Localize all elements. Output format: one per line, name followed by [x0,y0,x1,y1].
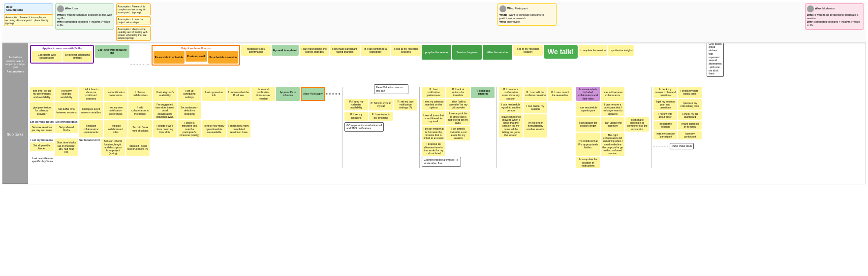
moderator-why: completed sessions > insights > value to… [807,20,860,27]
location-col: Set location info [79,138,100,156]
ps-schedule-section: Only if we have P accts Ps are able to s… [152,45,240,66]
tell-show-sessions: I tell it how to show me confirmed sessi… [79,87,103,101]
confidence: I have confidence showing when I arrive … [499,114,523,138]
divider-3 [496,87,497,168]
update-location: I can update the location or instruction… [576,157,600,168]
panel-value-callout: Panel Value focuses on this part [374,84,408,94]
row-labels: Activities Multiple tasks in support of … [2,43,28,184]
confirm-participant: It: I can confirmed a participant [361,45,390,56]
select-timezone: I select a timezone and note the partici… [178,120,201,138]
p-tasks-section: Panel Value focuses on this part P: I sy… [344,87,417,132]
after-row-2: I rate my session / participant I pay my… [653,131,702,139]
p-see-times: P: I see times in my timezone [369,112,393,121]
collabs-roles: I indicate collaborators' roles [104,120,127,138]
user-why: completed sessions > insights > value to… [57,20,110,27]
rate-session: I rate my session / participant [653,131,677,139]
user-assumptions-label: Assumptions [6,8,51,11]
subtasks-row: Into time: set up my preferences and ava… [28,85,866,170]
prepare-note-tools: I prepare my note-taking tools [678,99,702,110]
counter-propose-callout: Counter propose a timeslot - a whole oth… [422,157,461,167]
avail-updated: My avail. is updated [272,45,299,56]
reschedule-self: I can reschedule myself to another perso… [499,102,523,113]
user-role-text: User [72,7,78,10]
divider-1 [342,87,342,168]
set-moderator: Set moderator - default vs changing [178,102,201,119]
we-talk: We talk! [544,45,578,59]
participant-avatar [499,5,506,12]
subtask-row-2: give permission for calendar provider Se… [30,102,340,119]
min-max-collabs: Set min / max num of collabs [128,120,152,138]
p-email-row: I get an email that is formatted by time… [422,126,495,140]
p-sync-row: P: I sync my calendar availability P: Te… [344,99,417,110]
synthesize: I synthesize insights [608,45,634,56]
persona-section: User Assumptions Assumption: Research is… [2,2,866,43]
location-col-label: Set location info [79,138,100,141]
configure-event: Configure event name + variables [79,102,103,119]
go-opportunity: GO opportunity to rethink email and SMS … [344,122,384,132]
reschedule-row: I can reschedule myself to another perso… [499,102,572,113]
review-p-info: I review info about this P [653,111,677,120]
divider-2 [419,87,420,168]
p-schedule-section: P: I set notification preferences P: I l… [422,87,495,167]
working-hours-label: Set working hours [30,120,54,123]
mod-reschedule-row: I can reschedule a participant I can rem… [576,102,649,116]
set-buffer: Set buffer time between sessions [55,102,78,119]
update-loc-row: I can update the location or instruction… [576,157,649,168]
after-row-1: I record the session I mark complete or … [653,121,702,130]
p-select-row: I see my calendar overlaid on the option… [422,99,495,110]
check-recruit: I check if I need to recruit more Ps [126,138,150,156]
moderator-bookable: I can make bookable all someone else the… [625,117,649,132]
p-propose-row: I propose an alternate timeslot that wor… [422,141,495,156]
p-own-notif: P: set my own notification settings (?) [394,99,417,110]
sync-availability: I sync my calendar availability [55,87,78,101]
arrow-team [653,146,668,146]
get-ps-note: Get Ps to want to talk to me [95,45,129,58]
gray-boxes-callout: Gray boxes group stickies that represent… [707,43,724,77]
no-longer-blocked: I'm no longer formulated by another sess… [524,114,547,138]
post-session-section: P: I receive a confirmation event about … [499,87,572,138]
p-timezone-row: P: I set my timezone P: I see times in m… [344,112,417,121]
ps-schedule-notes: Ps are able to schedule P sets up avail.… [154,51,238,64]
p-options-row: P: I set notification preferences P: I l… [422,87,495,98]
panel-value-team-row: Panel Value team [653,143,702,149]
choose-collabs: I choose collaborators [128,87,152,101]
p-set-timezone: P: I set my timezone [344,112,368,121]
timezone-col-label: I set my timezone [30,138,54,141]
p-confirm-row: P: I receive a confirmation event about … [499,87,572,101]
quick-list: I see a quick list of times that is not … [446,111,470,125]
review-row: I review info about this P I check my UI… [653,111,702,120]
remove-participant: I can remove a participant that I no lon… [601,102,624,116]
preferred-blocks: Set preferred blocks [55,124,78,133]
click-add-cal: I click "add to calendar" for my cal pro… [446,99,470,110]
see-who-included: I can see who is included collaborators … [576,87,600,101]
ps-able-note: Ps are able to schedule [154,51,185,64]
participant-why: incentives! [507,20,520,23]
suggested-slots: I've suggested time slots based on all c… [153,102,177,119]
complete-session: I complete the session [579,45,607,56]
swimlane-container: Activities Multiple tasks in support of … [2,43,866,184]
assumption-2: Assumption: Research is complex and recu… [116,3,151,15]
main-canvas: User Assumptions Assumption: Research is… [0,0,868,276]
moderator-section: I can see who is included collaborators … [576,87,649,168]
add-collabs-proj: I add collaborators to the project [128,102,152,119]
get-email: I get an email that is formatted by time… [422,126,445,140]
add-remove-collabs: I can add/remove collaborators [601,87,624,101]
arrow-1: - - - - - → [130,62,151,67]
reschedule-participant: I can reschedule a participant [576,102,600,116]
right-collabs: The right collaborators did something wh… [601,133,624,156]
pay-participant: I pay my participant [678,131,702,139]
mod-collabs-row: I can see who is included collaborators … [576,87,649,101]
mod-update-row: I can update the session length I can up… [576,117,649,132]
p-hidden: I'm confident that P is appropriately hi… [576,133,600,156]
max-sessions: Set max sessions per day and week [30,124,54,133]
mod-confident-row: I'm confident that P is appropriately hi… [576,133,649,156]
p-receive-confirm: P: I receive a confirmation event about … [499,87,523,101]
participant-facing: I can make participant-facing changes [330,45,360,56]
indicate-collabs: I indicate collaborators' requirements [79,120,103,138]
dots-1: • • • • • [326,91,341,97]
allow-ps: Allow Ps to apply [301,87,325,101]
subtask-row-3: Set working hours Set max sessions per d… [30,120,340,138]
user-what: I want to schedule sessions to talk with… [57,13,112,20]
assumption-1: Assumption: Research is complex and recu… [4,14,53,26]
activities-label: Activities Multiple tasks in support of … [2,43,28,85]
